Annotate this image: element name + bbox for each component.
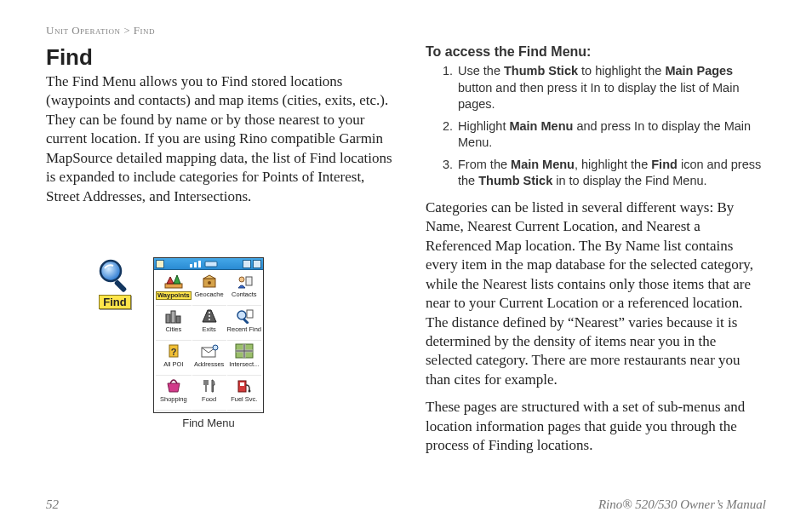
satellite-icon bbox=[156, 260, 164, 268]
waypoints-icon bbox=[163, 273, 184, 290]
all-poi-icon: ? bbox=[163, 342, 184, 359]
contacts-icon bbox=[234, 273, 254, 290]
menu-item-label: Contacts bbox=[232, 291, 257, 298]
svg-rect-5 bbox=[205, 262, 217, 267]
svg-rect-2 bbox=[190, 264, 192, 267]
menu-item-intersect: Intersect... bbox=[227, 342, 261, 376]
find-menu-screenshot: WaypointsGeocacheContactsCitiesExitsRece… bbox=[153, 257, 264, 429]
svg-rect-11 bbox=[166, 314, 170, 323]
exits-icon bbox=[199, 308, 220, 325]
svg-rect-23 bbox=[240, 382, 244, 386]
recent-find-icon bbox=[234, 308, 254, 325]
menu-item-label: Exits bbox=[202, 326, 215, 333]
menu-item-label: Shopping bbox=[160, 396, 187, 403]
page-number: 52 bbox=[46, 497, 59, 512]
svg-point-9 bbox=[239, 277, 244, 282]
icon-gallery: Find bbox=[97, 257, 393, 429]
shopping-icon bbox=[163, 377, 184, 394]
menu-item-waypoints: Waypoints bbox=[156, 272, 192, 306]
menu-item-recent-find: Recent Find bbox=[227, 307, 261, 341]
menu-item-label: Addresses bbox=[194, 361, 224, 368]
food-icon bbox=[199, 377, 220, 394]
cities-icon bbox=[163, 308, 184, 325]
menu-item-label: Recent Find bbox=[227, 326, 261, 333]
menu-item-food: Food bbox=[192, 377, 226, 411]
step-2: Highlight Main Menu and press In to disp… bbox=[456, 118, 766, 152]
magnifier-icon bbox=[97, 257, 133, 293]
svg-rect-15 bbox=[243, 318, 249, 324]
step-1: Use the Thumb Stick to highlight the Mai… bbox=[456, 63, 766, 113]
device-topbar bbox=[154, 258, 263, 270]
svg-point-0 bbox=[100, 261, 121, 281]
menu-item-label: Cities bbox=[165, 326, 181, 333]
svg-rect-22 bbox=[238, 381, 246, 392]
menu-item-label: Intersect... bbox=[229, 361, 259, 368]
svg-rect-16 bbox=[247, 310, 253, 318]
menu-item-label: All POI bbox=[163, 361, 183, 368]
window-button-icon bbox=[243, 260, 251, 268]
find-menu-caption: Find Menu bbox=[182, 417, 234, 429]
svg-point-8 bbox=[208, 281, 211, 285]
close-icon bbox=[253, 260, 261, 268]
menu-item-addresses: Addresses bbox=[192, 342, 226, 376]
step-3: From the Main Menu, highlight the Find i… bbox=[456, 157, 766, 190]
menu-item-label: Waypoints bbox=[156, 291, 192, 300]
svg-rect-1 bbox=[114, 279, 128, 293]
svg-point-20 bbox=[213, 345, 218, 350]
menu-item-fuel-svc: Fuel Svc. bbox=[227, 377, 261, 411]
svg-rect-4 bbox=[198, 261, 201, 267]
menu-item-shopping: Shopping bbox=[156, 377, 192, 411]
find-icon-block: Find bbox=[97, 257, 133, 309]
menu-item-exits: Exits bbox=[192, 307, 226, 341]
svg-rect-6 bbox=[165, 284, 182, 288]
svg-rect-3 bbox=[194, 262, 197, 267]
menu-item-label: Food bbox=[202, 396, 216, 403]
breadcrumb: Unit Operation > Find bbox=[46, 24, 766, 37]
svg-rect-12 bbox=[171, 311, 175, 323]
geocache-icon bbox=[199, 273, 220, 290]
fuel-svc-icon bbox=[234, 377, 254, 394]
structure-paragraph: These pages are structured with a set of… bbox=[426, 398, 766, 455]
find-icon-label: Find bbox=[99, 295, 130, 309]
signal-bars-icon bbox=[186, 260, 220, 268]
categories-paragraph: Categories can be listed in several diff… bbox=[426, 198, 766, 389]
menu-item-cities: Cities bbox=[156, 307, 192, 341]
intersect-icon bbox=[234, 342, 254, 359]
menu-item-contacts: Contacts bbox=[227, 272, 261, 306]
access-find-heading: To access the Find Menu: bbox=[426, 44, 766, 60]
svg-point-24 bbox=[248, 390, 250, 393]
find-description: The Find Menu allows you to Find stored … bbox=[46, 72, 393, 206]
menu-item-label: Fuel Svc. bbox=[231, 396, 257, 403]
menu-item-all-poi: ?All POI bbox=[156, 342, 192, 376]
svg-text:?: ? bbox=[170, 347, 176, 357]
menu-item-label: Geocache bbox=[195, 291, 224, 298]
access-steps-list: Use the Thumb Stick to highlight the Mai… bbox=[426, 63, 766, 190]
svg-rect-10 bbox=[246, 277, 252, 285]
svg-point-14 bbox=[237, 311, 246, 319]
menu-item-geocache: Geocache bbox=[192, 272, 226, 306]
manual-title: Rino® 520/530 Owner’s Manual bbox=[598, 497, 766, 512]
page-title: Find bbox=[46, 44, 393, 71]
svg-rect-13 bbox=[176, 316, 180, 323]
addresses-icon bbox=[199, 342, 220, 359]
